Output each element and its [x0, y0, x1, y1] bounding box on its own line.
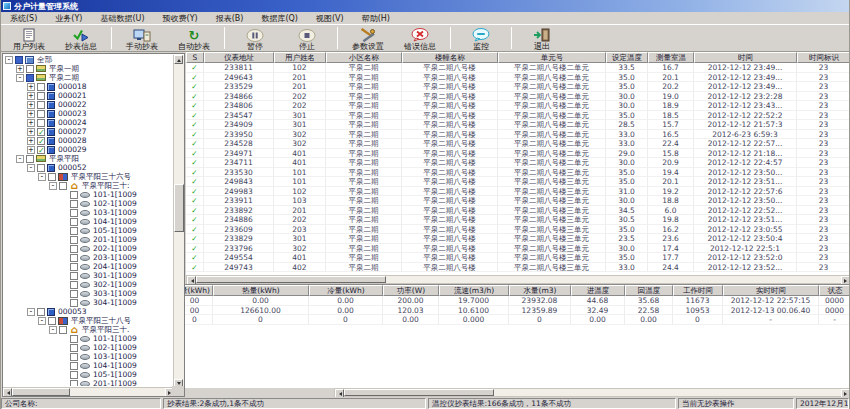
tree-item[interactable]: 103-1[1009 — [3, 352, 172, 361]
tree-checkbox[interactable] — [37, 101, 45, 109]
scroll-up-button[interactable] — [174, 55, 183, 64]
settings-button[interactable]: 参数设置 — [342, 25, 394, 51]
tree-item[interactable]: 203-1[1009 — [3, 253, 172, 262]
expand-icon[interactable]: + — [27, 83, 35, 91]
tree-item[interactable]: 104-1[1009 — [3, 217, 172, 226]
tree-checkbox[interactable] — [70, 353, 78, 361]
auto-read-button[interactable]: ↻ 自动抄表 — [168, 25, 220, 51]
expand-icon[interactable]: + — [27, 110, 35, 118]
tree-checkbox[interactable] — [37, 92, 45, 100]
tree-item[interactable]: 201-1[1009 — [3, 235, 172, 244]
tree-checkbox[interactable] — [15, 56, 23, 64]
tree-horizontal-scrollbar[interactable] — [3, 387, 174, 396]
tree-item[interactable]: -⌂平泉平阳三十. — [3, 325, 172, 334]
collapse-icon[interactable]: - — [27, 308, 35, 316]
tree-item[interactable]: 101-1[1009 — [3, 334, 172, 343]
tree-checkbox[interactable] — [70, 299, 78, 307]
table-row[interactable]: ✓233950302平泉二期平泉二期八号楼平泉二期八号楼二单元33.016.52… — [186, 130, 850, 140]
tree-item[interactable]: 104-1[1009 — [3, 361, 172, 370]
scrollbar-track[interactable] — [386, 276, 841, 283]
column-header[interactable]: 流速(m3/h) — [439, 285, 509, 296]
tree-checkbox[interactable] — [70, 380, 78, 387]
table-row[interactable]: ✓249554401平泉二期平泉二期八号楼平泉二期八号楼三单元35.017.72… — [186, 253, 850, 263]
tree-item[interactable]: 202-1[1009 — [3, 244, 172, 253]
expand-icon[interactable]: + — [16, 65, 24, 73]
tree-checkbox[interactable] — [70, 218, 78, 226]
detail-table-horizontal-scrollbar[interactable] — [334, 388, 850, 397]
tree-checkbox[interactable] — [70, 272, 78, 280]
error-info-button[interactable]: 错误信息 — [394, 25, 446, 51]
table-row[interactable]: ✓233829301平泉二期平泉二期八号楼平泉二期八号楼三单元23.523.62… — [186, 234, 850, 244]
tree-checkbox[interactable] — [70, 191, 78, 199]
tree-item[interactable]: 301-1[1009 — [3, 271, 172, 280]
tree-item[interactable]: +000018 — [3, 82, 172, 91]
collapse-icon[interactable]: - — [5, 56, 13, 64]
column-header[interactable]: 时间 — [694, 52, 797, 63]
tree-item[interactable]: +000024 — [3, 118, 172, 127]
tree-item[interactable]: 303-1[1009 — [3, 289, 172, 298]
title-bar[interactable]: 分户计量管理系统 — [1, 0, 849, 12]
expand-icon[interactable]: + — [27, 128, 35, 136]
tree-item[interactable]: -平泉平阳 — [3, 154, 172, 163]
tree-checkbox[interactable] — [70, 281, 78, 289]
table-row[interactable]: ✓234909301平泉二期平泉二期八号楼平泉二期八号楼二单元28.515.72… — [186, 120, 850, 130]
tree-checkbox[interactable] — [26, 74, 34, 82]
tree-checkbox[interactable]: ✓ — [37, 128, 45, 136]
table-row[interactable]: ✓249743402平泉二期平泉二期八号楼平泉二期八号楼三单元33.024.42… — [186, 263, 850, 273]
scrollbar-track[interactable] — [70, 388, 165, 396]
expand-icon[interactable]: + — [27, 92, 35, 100]
column-header[interactable]: 测量室温 — [648, 52, 694, 63]
tree-checkbox[interactable] — [48, 317, 56, 325]
tree-checkbox[interactable] — [37, 83, 45, 91]
tree-item[interactable]: -全部 — [3, 55, 172, 64]
expand-icon[interactable]: + — [27, 119, 35, 127]
tree-checkbox[interactable] — [70, 263, 78, 271]
tree-checkbox[interactable] — [37, 110, 45, 118]
expand-icon[interactable]: + — [27, 146, 35, 154]
user-list-button[interactable]: 用户列表 — [3, 25, 55, 51]
tree-item[interactable]: 101-1[1009 — [3, 190, 172, 199]
expand-icon[interactable]: + — [27, 101, 35, 109]
scrollbar-thumb[interactable] — [196, 276, 386, 283]
table-row[interactable]: ✓249843101平泉二期平泉二期八号楼平泉二期八号楼三单元35.020.12… — [186, 177, 850, 187]
tree-item[interactable]: 103-1[1009 — [3, 208, 172, 217]
menu-item-prepay[interactable]: 预收费(Y) — [154, 13, 207, 24]
tree-checkbox[interactable] — [70, 254, 78, 262]
tree-item[interactable]: 201-1[1009 — [3, 379, 172, 386]
tree-checkbox[interactable] — [70, 335, 78, 343]
menu-item-help[interactable]: 帮助(H) — [353, 13, 399, 24]
scrollbar-thumb[interactable] — [174, 184, 184, 232]
table-row[interactable]: ✓233811102平泉二期平泉二期八号楼平泉二期八号楼二单元33.516.72… — [186, 63, 850, 73]
tree-checkbox[interactable] — [70, 209, 78, 217]
tree-checkbox[interactable] — [70, 245, 78, 253]
tree-item[interactable]: +平泉一期 — [3, 64, 172, 73]
table-row[interactable]: ✓234971401平泉二期平泉二期八号楼平泉二期八号楼二单元29.015.82… — [186, 149, 850, 159]
column-header[interactable]: 设定温度 — [606, 52, 648, 63]
menu-item-basedata[interactable]: 基础数据(U) — [91, 13, 153, 24]
tree-checkbox[interactable] — [37, 308, 45, 316]
tree-checkbox[interactable]: ✓ — [37, 146, 45, 154]
column-header[interactable]: 实时时间 — [723, 285, 819, 296]
tree-checkbox[interactable] — [70, 344, 78, 352]
scrollbar-track[interactable] — [174, 64, 184, 379]
tree-item[interactable]: +✓000028 — [3, 136, 172, 145]
collapse-icon[interactable]: - — [16, 74, 24, 82]
column-header[interactable]: 冷量(kWh) — [309, 285, 383, 296]
meter-info-button[interactable]: 抄表信息 — [55, 25, 107, 51]
scrollbar-thumb[interactable] — [344, 389, 494, 396]
tree-checkbox[interactable] — [70, 200, 78, 208]
tree-item[interactable]: 204-1[1009 — [3, 262, 172, 271]
scrollbar-thumb[interactable] — [12, 388, 70, 396]
tree-item[interactable]: +✓000029 — [3, 145, 172, 154]
tree-checkbox[interactable] — [59, 326, 67, 334]
table-row[interactable]: ✓234711401平泉二期平泉二期八号楼平泉二期八号楼二单元30.020.92… — [186, 158, 850, 168]
table-row[interactable]: 0000.000.00000.000.000-- — [177, 315, 850, 325]
tree-checkbox[interactable] — [37, 164, 45, 172]
column-header[interactable]: S — [186, 52, 204, 63]
column-header[interactable]: 小区名称 — [326, 52, 402, 63]
column-header[interactable]: 仪表地址 — [204, 52, 274, 63]
menu-item-view[interactable]: 视图(V) — [307, 13, 353, 24]
tree-item[interactable]: +000023 — [3, 109, 172, 118]
monitor-button[interactable]: 监控 — [455, 25, 507, 51]
tree-checkbox[interactable] — [48, 173, 56, 181]
